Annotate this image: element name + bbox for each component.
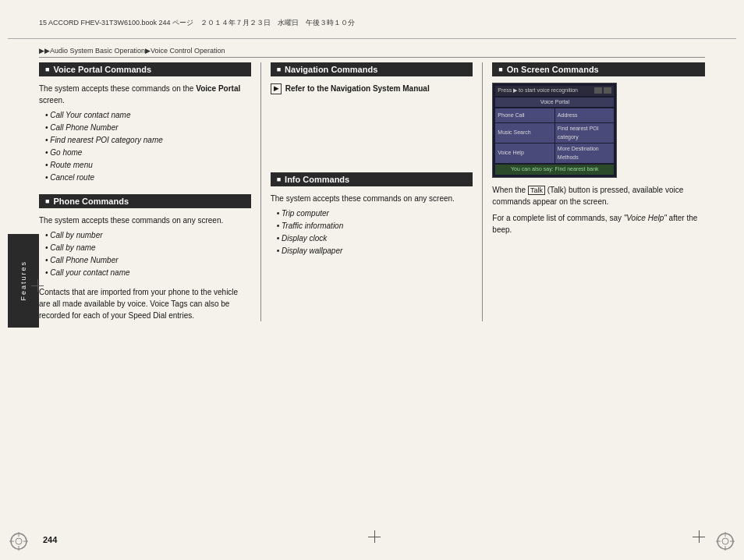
navigation-section: Navigation Commands ▶ Refer to the Navig… [271, 62, 473, 94]
voice-portal-title: Voice Portal Commands [53, 65, 151, 74]
columns-layout: Voice Portal Commands The system accepts… [39, 62, 705, 321]
corner-decoration-br [714, 530, 736, 552]
phone-extra: Contacts that are imported from your pho… [39, 286, 251, 321]
screen-cell-music: Music Search [495, 123, 554, 143]
screen-cell-voice-help: Voice Help [495, 144, 554, 163]
phone-intro: The system accepts these commands on any… [39, 214, 251, 226]
screen-mockup: Press ▶ to start voice recognition Voice… [492, 83, 617, 178]
list-item: Cancel route [45, 172, 251, 183]
breadcrumb: ▶▶Audio System Basic Operation▶Voice Con… [39, 47, 705, 58]
breadcrumb-text: ▶▶Audio System Basic Operation▶Voice Con… [39, 47, 225, 55]
on-screen-para1: When the Talk (Talk) button is pressed, … [492, 184, 705, 208]
info-commands-body: The system accepts these commands on any… [271, 193, 473, 257]
info-intro: The system accepts these commands on any… [271, 193, 473, 204]
cross-marker-bottom-right [693, 530, 705, 543]
list-item: Call by name [45, 242, 251, 253]
screen-icon [594, 87, 602, 94]
on-screen-header: On Screen Commands [492, 62, 705, 76]
corner-decoration-bl [8, 530, 30, 552]
column-2: Navigation Commands ▶ Refer to the Navig… [261, 62, 484, 321]
list-item: Call Phone Number [45, 254, 251, 266]
screen-cell-more: More Destination Methods [555, 144, 615, 163]
screen-cell-phone: Phone Call [495, 108, 554, 122]
list-item: Call your contact name [45, 267, 251, 278]
voice-portal-header: Voice Portal Commands [39, 62, 251, 76]
phone-commands-body: The system accepts these commands on any… [39, 214, 251, 321]
svg-point-13 [16, 538, 22, 544]
features-label: Features [19, 261, 27, 301]
voice-portal-list: Call Your contact name Call Phone Number… [39, 109, 251, 183]
column-3: On Screen Commands Press ▶ to start voic… [483, 62, 705, 321]
navigation-header: Navigation Commands [271, 62, 473, 76]
info-list: Trip computer Traffic information Displa… [271, 207, 473, 257]
on-screen-title: On Screen Commands [507, 65, 599, 74]
header-text: 15 ACCORD FHEV-31T3W6100.book 244 ページ ２０… [39, 18, 355, 28]
screen-bottom-bar: You can also say: Find nearest bank [495, 165, 614, 175]
list-item: Find nearest POI category name [45, 134, 251, 146]
page-number: 244 [43, 535, 57, 544]
list-item: Trip computer [277, 207, 473, 219]
on-screen-section: On Screen Commands Press ▶ to start voic… [492, 62, 705, 236]
screen-icon [604, 87, 611, 94]
list-item: Call Your contact name [45, 109, 251, 121]
phone-commands-header: Phone Commands [39, 194, 251, 208]
info-commands-header: Info Commands [271, 172, 473, 186]
screen-cell-poi: Find nearest POI category [555, 123, 615, 143]
navigation-title: Navigation Commands [285, 65, 377, 74]
screen-cell-address: Address [555, 108, 615, 122]
voice-portal-section: Voice Portal Commands The system accepts… [39, 62, 251, 183]
navigation-body: ▶ Refer to the Navigation System Manual [271, 83, 473, 94]
svg-point-19 [722, 538, 728, 544]
cross-marker-bottom-center [368, 530, 381, 543]
talk-icon: Talk [528, 186, 545, 195]
screen-grid: Phone Call Address Music Search Find nea… [495, 108, 614, 163]
column-1: Voice Portal Commands The system accepts… [39, 62, 261, 321]
nav-icon: ▶ [271, 83, 282, 94]
nav-note: ▶ Refer to the Navigation System Manual [271, 83, 473, 94]
on-screen-para2: For a complete list of commands, say "Vo… [492, 212, 705, 236]
list-item: Call by number [45, 229, 251, 241]
phone-commands-title: Phone Commands [53, 197, 129, 206]
voice-portal-body: The system accepts these commands on the… [39, 83, 251, 183]
voice-help-text: "Voice Help" [624, 214, 667, 222]
list-item: Display clock [277, 232, 473, 244]
screen-icons [594, 87, 611, 94]
list-item: Route menu [45, 159, 251, 171]
list-item: Call Phone Number [45, 122, 251, 133]
header-strip: 15 ACCORD FHEV-31T3W6100.book 244 ページ ２０… [8, 8, 736, 39]
nav-note-text: Refer to the Navigation System Manual [285, 83, 430, 94]
voice-portal-intro: The system accepts these commands on the… [39, 83, 251, 106]
on-screen-body: Press ▶ to start voice recognition Voice… [492, 83, 705, 236]
info-commands-section: Info Commands The system accepts these c… [271, 172, 473, 257]
phone-list: Call by number Call by name Call Phone N… [39, 229, 251, 278]
screen-top-text: Press ▶ to start voice recognition [498, 87, 578, 95]
main-content: Voice Portal Commands The system accepts… [39, 62, 705, 529]
list-item: Display wallpaper [277, 245, 473, 257]
screen-voice-portal-label: Voice Portal [495, 97, 614, 108]
list-item: Traffic information [277, 220, 473, 232]
screen-top-bar: Press ▶ to start voice recognition [495, 86, 614, 96]
list-item: Go home [45, 147, 251, 158]
phone-commands-section: Phone Commands The system accepts these … [39, 194, 251, 321]
info-commands-title: Info Commands [285, 175, 349, 184]
